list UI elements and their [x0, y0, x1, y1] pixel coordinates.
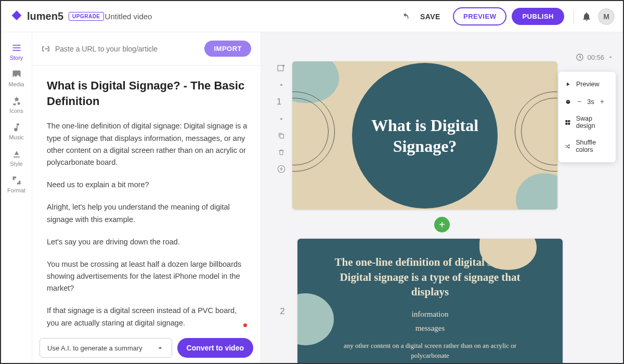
- canvas-area: 00:56 1 What is Digital Signage?: [261, 32, 623, 363]
- article-paragraph[interactable]: Alright, let's help you understand the m…: [47, 201, 250, 225]
- article-paragraph[interactable]: Let's say you are driving down the road.: [47, 236, 250, 248]
- add-slide-button[interactable]: +: [434, 217, 450, 232]
- clock-icon: [576, 53, 584, 61]
- music-icon: [11, 122, 22, 133]
- slide-context-menu: Preview − 3s + Swap design Shuffle color…: [558, 72, 616, 162]
- story-icon: [11, 43, 22, 53]
- ctx-preview-label: Preview: [576, 81, 599, 88]
- shuffle-icon: [565, 143, 570, 150]
- sidebar-item-label: Media: [9, 81, 24, 87]
- undo-icon[interactable]: [401, 12, 410, 21]
- decor-blob: [516, 173, 557, 210]
- article-title: What is Digital Signage? - The Basic Def…: [47, 78, 250, 109]
- grid-icon: [565, 119, 571, 126]
- sidebar-item-story[interactable]: Story: [1, 37, 32, 64]
- duration-value: 3s: [587, 98, 594, 106]
- article-content[interactable]: What is Digital Signage? - The Basic Def…: [32, 66, 261, 363]
- sidebar-item-music[interactable]: Music: [1, 117, 32, 144]
- slide-number: 1: [277, 97, 286, 107]
- slide-2[interactable]: The one-line definition of digital signa…: [297, 239, 563, 363]
- slide-tools: 1: [277, 63, 286, 174]
- url-row: IMPORT: [32, 32, 261, 66]
- avatar[interactable]: M: [598, 8, 615, 25]
- import-button[interactable]: IMPORT: [204, 41, 251, 57]
- notification-dot: [243, 323, 247, 327]
- add-circle-icon[interactable]: [277, 164, 286, 174]
- slide-2-line: messages: [415, 322, 445, 334]
- ctx-duration: − 3s +: [558, 93, 616, 110]
- duration-value: 00:56: [587, 54, 604, 61]
- preview-button[interactable]: PREVIEW: [453, 7, 506, 25]
- article-paragraph[interactable]: You must be crossing at least half a doz…: [47, 258, 250, 295]
- bell-icon[interactable]: [581, 11, 592, 22]
- sidebar-item-label: Music: [9, 134, 24, 140]
- decrease-duration[interactable]: −: [576, 97, 583, 106]
- topbar: lumen5 UPGRADE SAVE PREVIEW PUBLISH M: [1, 1, 623, 32]
- publish-button[interactable]: PUBLISH: [512, 8, 564, 25]
- slide-1-text: What is Digital Signage?: [352, 115, 498, 157]
- add-card-icon[interactable]: [277, 63, 286, 73]
- ctx-swap-label: Swap design: [576, 115, 609, 129]
- chevron-up-icon: [156, 344, 164, 352]
- ctx-shuffle-colors[interactable]: Shuffle colors: [558, 134, 616, 158]
- article-paragraph[interactable]: If that signage is a digital screen inst…: [47, 305, 250, 329]
- sidebar-item-label: Style: [10, 161, 22, 167]
- sidebar-item-icons[interactable]: Icons: [1, 90, 32, 117]
- sidebar-item-style[interactable]: Style: [1, 144, 32, 170]
- decor-blob: [297, 293, 334, 345]
- slide-2-line: information: [412, 308, 449, 320]
- convert-button[interactable]: Convert to video: [177, 338, 253, 358]
- slide-2-footer: any other content on a digital screen ra…: [329, 341, 531, 360]
- link-icon: [42, 45, 50, 53]
- article-paragraph[interactable]: Need us to explain a bit more?: [47, 179, 250, 191]
- sidebar-item-label: Icons: [9, 108, 23, 114]
- sidebar-item-format[interactable]: Format: [1, 170, 32, 197]
- play-icon: [565, 81, 571, 87]
- slide-number: 2: [276, 239, 289, 317]
- bottom-bar: Use A.I. to generate a summary Convert t…: [32, 333, 261, 363]
- svg-rect-2: [280, 134, 283, 138]
- ai-summary-label: Use A.I. to generate a summary: [47, 344, 142, 352]
- chevron-down-icon: [607, 54, 614, 60]
- media-icon: [11, 69, 22, 80]
- brand-name: lumen5: [27, 10, 63, 22]
- sidebar-item-label: Format: [7, 187, 25, 193]
- logo[interactable]: lumen5: [9, 9, 63, 24]
- logo-icon: [9, 9, 24, 24]
- ai-summary-button[interactable]: Use A.I. to generate a summary: [40, 338, 172, 358]
- increase-duration[interactable]: +: [599, 97, 606, 106]
- copy-icon[interactable]: [277, 131, 286, 140]
- ctx-swap-design[interactable]: Swap design: [558, 110, 616, 134]
- icons-icon: [11, 96, 22, 106]
- project-title-input[interactable]: [105, 12, 204, 21]
- sidebar: Story Media Icons Music Style Format: [1, 32, 32, 363]
- editor-panel: IMPORT What is Digital Signage? - The Ba…: [32, 32, 261, 363]
- ctx-preview[interactable]: Preview: [558, 76, 616, 93]
- style-icon: [11, 149, 22, 159]
- svg-rect-1: [278, 66, 283, 71]
- chevron-down-icon[interactable]: [277, 114, 286, 124]
- slide-1[interactable]: What is Digital Signage?: [292, 61, 557, 210]
- save-button[interactable]: SAVE: [420, 12, 440, 21]
- url-input[interactable]: [55, 45, 199, 53]
- sidebar-item-media[interactable]: Media: [1, 64, 32, 90]
- ctx-shuffle-label: Shuffle colors: [576, 139, 609, 153]
- slide-circle: What is Digital Signage?: [352, 63, 498, 209]
- decor-arc: [515, 92, 557, 172]
- timer-icon: [565, 98, 571, 105]
- trash-icon[interactable]: [277, 148, 286, 157]
- sidebar-item-label: Story: [10, 55, 23, 61]
- duration-display[interactable]: 00:56: [261, 48, 623, 61]
- divider: [574, 9, 574, 24]
- article-paragraph[interactable]: The one-line definition of digital signa…: [47, 120, 250, 168]
- upgrade-badge[interactable]: UPGRADE: [69, 12, 104, 21]
- chevron-up-icon[interactable]: [277, 80, 286, 89]
- format-icon: [11, 175, 22, 186]
- decor-arc: [292, 92, 335, 172]
